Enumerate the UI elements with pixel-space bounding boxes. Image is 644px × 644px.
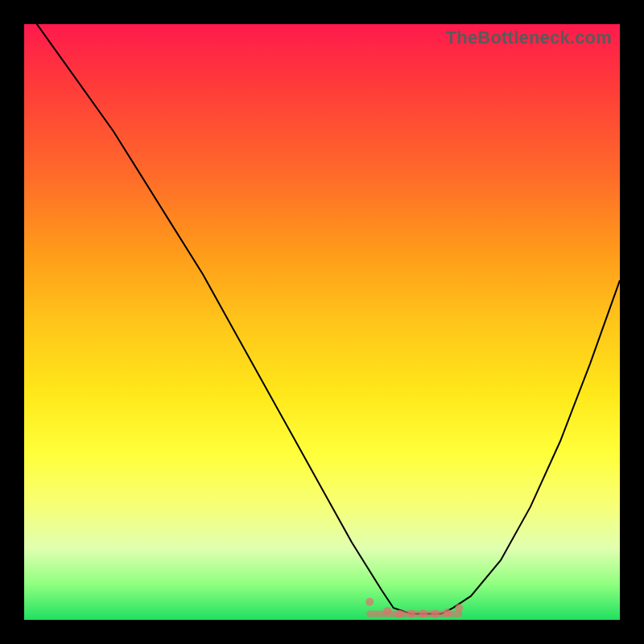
- dot: [365, 598, 374, 606]
- curve-svg: [24, 24, 620, 620]
- bottleneck-curve: [24, 24, 620, 614]
- plot-area: TheBottleneck.com: [24, 24, 620, 620]
- chart-container: TheBottleneck.com: [0, 0, 644, 644]
